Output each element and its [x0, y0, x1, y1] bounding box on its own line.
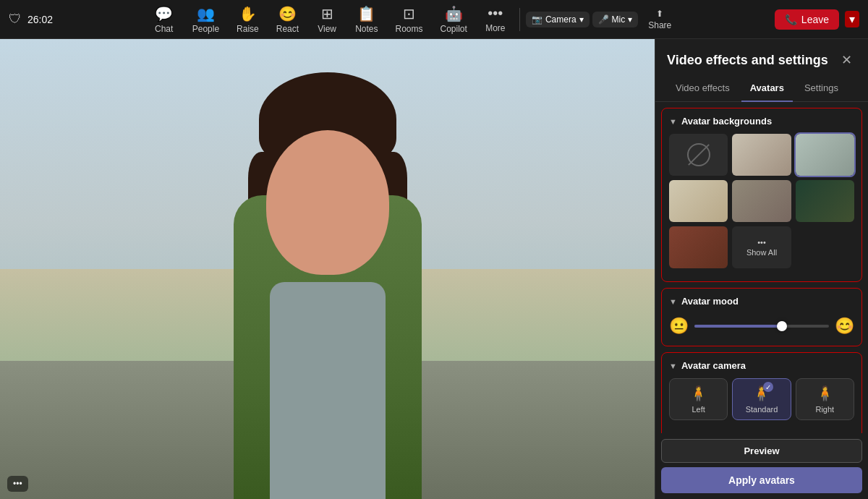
more-dots-icon: •••: [13, 479, 22, 489]
bg-option-5[interactable]: [796, 180, 854, 222]
nav-people[interactable]: 👥 People: [185, 2, 226, 37]
nav-chat-label: Chat: [155, 24, 173, 34]
more-icon: •••: [488, 5, 503, 22]
rooms-icon: ⊡: [403, 5, 415, 22]
nav-more-label: More: [485, 23, 505, 33]
camera-option-left[interactable]: 🧍 Left: [669, 378, 728, 420]
nav-notes[interactable]: 📋 Notes: [348, 2, 385, 37]
nav-rooms-label: Rooms: [396, 24, 423, 34]
no-bg-line: [688, 144, 710, 166]
nav-view-label: View: [318, 24, 336, 34]
avatar-backgrounds-section: ▼ Avatar backgrounds: [661, 108, 862, 282]
tab-avatars[interactable]: Avatars: [741, 78, 793, 102]
timer: 26:02: [27, 14, 53, 25]
bg-show-all[interactable]: ••• Show All: [732, 226, 791, 268]
nav-raise[interactable]: ✋ Raise: [229, 2, 266, 37]
nav-chat[interactable]: 💬 Chat: [146, 2, 182, 37]
bg-option-4[interactable]: [732, 180, 791, 222]
mic-label: Mic: [612, 14, 626, 25]
apply-avatars-button[interactable]: Apply avatars: [661, 467, 862, 493]
mood-slider-thumb[interactable]: [777, 321, 787, 331]
avatar-backgrounds-header[interactable]: ▼ Avatar backgrounds: [669, 116, 854, 127]
avatar-shirt: [270, 282, 386, 499]
avatar-mood-header[interactable]: ▼ Avatar mood: [669, 296, 854, 307]
panel-header: Video effects and settings ✕: [655, 39, 868, 69]
nav-react-label: React: [276, 24, 299, 34]
nav-raise-label: Raise: [237, 24, 259, 34]
mood-slider-fill: [694, 325, 782, 328]
panel-footer: Preview Apply avatars: [655, 433, 868, 499]
camera-title: Avatar camera: [681, 360, 746, 371]
nav-react[interactable]: 😊 React: [269, 2, 306, 37]
nav-people-label: People: [192, 24, 219, 34]
dots-icon: •••: [757, 238, 766, 247]
mic-chevron-icon: ▾: [628, 14, 632, 25]
share-icon: ⬆: [656, 9, 663, 19]
leave-label: Leave: [801, 14, 829, 25]
happy-face-icon: 😊: [835, 317, 854, 336]
copilot-icon: 🤖: [445, 5, 463, 22]
video-area: •••: [0, 39, 655, 499]
nav-rooms[interactable]: ⊡ Rooms: [388, 2, 430, 37]
backgrounds-title: Avatar backgrounds: [681, 116, 772, 127]
camera-chevron-icon: ▾: [579, 14, 584, 25]
phone-icon: 📞: [785, 14, 797, 25]
nav-copilot[interactable]: 🤖 Copilot: [433, 2, 475, 37]
leave-chevron[interactable]: ▾: [845, 11, 859, 27]
camera-label: Camera: [545, 14, 576, 25]
no-bg-circle: [687, 143, 710, 166]
share-button[interactable]: ⬆ Share: [641, 6, 678, 33]
bg-option-1[interactable]: [732, 134, 791, 176]
panel-body: ▼ Avatar backgrounds: [655, 102, 868, 433]
mood-title: Avatar mood: [681, 296, 739, 307]
camera-collapse-icon: ▼: [669, 362, 677, 370]
main-content: ••• Video effects and settings ✕ Video e…: [0, 39, 868, 499]
nav-more[interactable]: ••• More: [477, 2, 514, 36]
nav-notes-label: Notes: [355, 24, 378, 34]
leave-button[interactable]: 📞 Leave: [775, 9, 839, 30]
share-label: Share: [648, 20, 671, 30]
tab-video-effects[interactable]: Video effects: [667, 78, 739, 102]
backgrounds-collapse-icon: ▼: [669, 117, 677, 126]
bg-option-3[interactable]: [669, 180, 728, 222]
backgrounds-grid: ••• Show All: [669, 134, 854, 268]
camera-button[interactable]: 📷 Camera ▾: [526, 12, 590, 27]
panel-title: Video effects and settings: [667, 53, 828, 68]
avatar-head: [266, 130, 389, 275]
show-all-label: ••• Show All: [746, 238, 777, 257]
mood-slider-row: 😐 😊: [669, 314, 854, 338]
mic-button[interactable]: 🎤 Mic ▾: [592, 12, 639, 27]
camera-options: 🧍 Left 🧍 Standard 🧍 Right: [669, 378, 854, 420]
camera-option-right[interactable]: 🧍 Right: [796, 378, 854, 420]
close-button[interactable]: ✕: [837, 51, 856, 69]
preview-button[interactable]: Preview: [661, 439, 862, 463]
bg-option-2[interactable]: [796, 134, 854, 176]
panel-tabs: Video effects Avatars Settings: [655, 69, 868, 102]
avatar-container: [176, 94, 480, 499]
cam-right-icon: 🧍: [816, 385, 834, 402]
mood-collapse-icon: ▼: [669, 297, 677, 306]
mood-slider[interactable]: [694, 325, 829, 328]
nav-divider: [519, 8, 520, 31]
nav-copilot-label: Copilot: [441, 24, 467, 34]
nav-view[interactable]: ⊞ View: [309, 2, 345, 37]
avatar-camera-header[interactable]: ▼ Avatar camera: [669, 360, 854, 371]
topbar: 🛡 26:02 💬 Chat 👥 People ✋ Raise 😊 React …: [0, 0, 868, 39]
camera-icon: 📷: [532, 14, 542, 25]
shield-icon: 🛡: [9, 12, 22, 27]
view-icon: ⊞: [321, 5, 333, 22]
notes-icon: 📋: [357, 5, 375, 22]
cam-left-label: Left: [692, 405, 705, 414]
bg-option-6[interactable]: [669, 226, 728, 268]
tab-settings[interactable]: Settings: [796, 78, 847, 102]
bg-none[interactable]: [669, 134, 728, 176]
right-panel: Video effects and settings ✕ Video effec…: [655, 39, 868, 499]
raise-icon: ✋: [239, 5, 257, 22]
cam-standard-icon: 🧍: [752, 385, 770, 402]
avatar-mood-section: ▼ Avatar mood 😐 😊: [661, 288, 862, 346]
topbar-center: 💬 Chat 👥 People ✋ Raise 😊 React ⊞ View 📋…: [95, 2, 729, 37]
video-more-button[interactable]: •••: [7, 476, 28, 492]
chat-icon: 💬: [155, 5, 173, 22]
sad-face-icon: 😐: [669, 317, 689, 336]
camera-option-standard[interactable]: 🧍 Standard: [732, 378, 791, 420]
